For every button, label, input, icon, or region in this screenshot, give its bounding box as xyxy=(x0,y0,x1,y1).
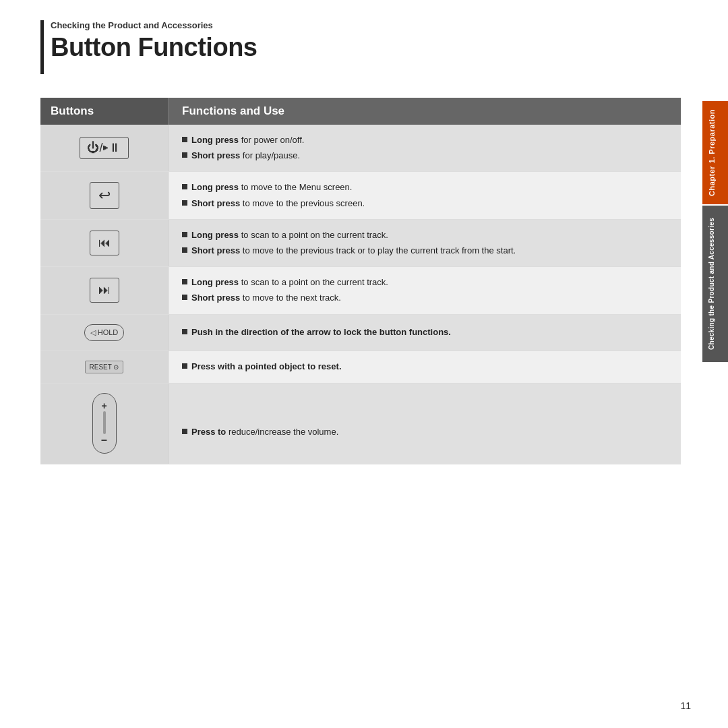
func-text-back-2: Short press to move to the previous scre… xyxy=(191,198,365,210)
left-accent-bar xyxy=(40,20,44,74)
reset-icon: RESET ⊙ xyxy=(85,361,124,373)
func-cell-power: Long press for power on/off. Short press… xyxy=(169,125,681,171)
col-header-functions: Functions and Use xyxy=(169,98,681,125)
btn-cell-volume: + – xyxy=(40,384,169,464)
bullet-next-1 xyxy=(182,279,187,284)
func-text-reset-1: Press with a pointed object to reset. xyxy=(191,361,342,373)
btn-cell-reset: RESET ⊙ xyxy=(40,351,169,383)
func-text-prev-1: Long press to scan to a point on the cur… xyxy=(191,229,388,241)
sidebar-tab-chapter-label: Chapter 1. Preparation xyxy=(708,109,716,196)
bullet-volume-1 xyxy=(182,429,187,434)
skip-prev-icon: ⏮ xyxy=(90,231,119,255)
skip-next-icon: ⏭ xyxy=(90,278,119,303)
func-line-hold-1: Push in the direction of the arrow to lo… xyxy=(182,326,667,338)
hold-icon: ◁ HOLD xyxy=(84,324,125,341)
func-line-back-1: Long press to move to the Menu screen. xyxy=(182,181,667,193)
table-row-reset: RESET ⊙ Press with a pointed object to r… xyxy=(40,351,681,384)
table-header-row: Buttons Functions and Use xyxy=(40,98,681,125)
func-line-next-1: Long press to scan to a point on the cur… xyxy=(182,276,667,289)
func-line-prev-2: Short press to move to the previous trac… xyxy=(182,245,667,257)
bullet-next-2 xyxy=(182,295,187,300)
table-row-hold: ◁ HOLD Push in the direction of the arro… xyxy=(40,315,681,351)
func-text-power-2: Short press for play/pause. xyxy=(191,150,300,162)
func-cell-skip-prev: Long press to scan to a point on the cur… xyxy=(169,220,681,266)
vol-minus-label: – xyxy=(101,434,107,446)
func-line-reset-1: Press with a pointed object to reset. xyxy=(182,361,667,373)
func-text-hold-1: Push in the direction of the arrow to lo… xyxy=(191,326,451,338)
sidebar-tab-checking: Checking the Product and Accessories xyxy=(702,206,728,362)
back-icon: ↩ xyxy=(90,182,119,209)
col-header-buttons: Buttons xyxy=(40,98,169,125)
func-cell-volume: Press to reduce/increase the volume. xyxy=(169,384,681,464)
func-text-next-2: Short press to move to the next track. xyxy=(191,292,341,304)
bullet-hold-1 xyxy=(182,329,187,334)
page-number: 11 xyxy=(680,700,691,711)
func-cell-back: Long press to move to the Menu screen. S… xyxy=(169,172,681,218)
bullet-power-2 xyxy=(182,152,187,158)
table-row-volume: + – Press to reduce/increase the volume. xyxy=(40,384,681,464)
func-cell-hold: Push in the direction of the arrow to lo… xyxy=(169,315,681,351)
btn-cell-power: ⏻/▶⏸ xyxy=(40,125,169,171)
bullet-power-1 xyxy=(182,137,187,142)
reset-label: RESET ⊙ xyxy=(90,363,119,371)
chapter-label: Checking the Product and Accessories xyxy=(51,20,257,30)
page-title: Button Functions xyxy=(51,33,257,62)
bullet-prev-2 xyxy=(182,247,187,253)
func-text-back-1: Long press to move to the Menu screen. xyxy=(191,181,352,193)
func-text-prev-2: Short press to move to the previous trac… xyxy=(191,245,516,257)
func-line-power-1: Long press for power on/off. xyxy=(182,134,667,146)
sidebar-tab-checking-label: Checking the Product and Accessories xyxy=(708,218,715,350)
table-row-back: ↩ Long press to move to the Menu screen.… xyxy=(40,172,681,219)
bullet-back-1 xyxy=(182,184,187,189)
table-row-skip-prev: ⏮ Long press to scan to a point on the c… xyxy=(40,220,681,267)
func-text-volume-1: Press to reduce/increase the volume. xyxy=(191,426,338,438)
page-container: Checking the Product and Accessories But… xyxy=(0,0,728,728)
func-line-power-2: Short press for play/pause. xyxy=(182,150,667,162)
sidebar-tab-chapter: Chapter 1. Preparation xyxy=(702,101,728,204)
btn-cell-skip-prev: ⏮ xyxy=(40,220,169,266)
func-text-next-1: Long press to scan to a point on the cur… xyxy=(191,276,388,289)
func-line-prev-1: Long press to scan to a point on the cur… xyxy=(182,229,667,241)
table-row-power: ⏻/▶⏸ Long press for power on/off. Short … xyxy=(40,125,681,172)
right-sidebar: Chapter 1. Preparation Checking the Prod… xyxy=(702,101,728,362)
func-line-volume-1: Press to reduce/increase the volume. xyxy=(182,426,667,438)
main-table: Buttons Functions and Use ⏻/▶⏸ Long pres… xyxy=(40,98,681,464)
bullet-prev-1 xyxy=(182,232,187,237)
func-cell-reset: Press with a pointed object to reset. xyxy=(169,351,681,383)
bullet-reset-1 xyxy=(182,363,187,369)
bullet-back-2 xyxy=(182,200,187,206)
func-cell-skip-next: Long press to scan to a point on the cur… xyxy=(169,267,681,313)
btn-cell-skip-next: ⏭ xyxy=(40,267,169,313)
func-text-power-1: Long press for power on/off. xyxy=(191,134,304,146)
table-row-skip-next: ⏭ Long press to scan to a point on the c… xyxy=(40,267,681,314)
func-line-next-2: Short press to move to the next track. xyxy=(182,292,667,304)
header-section: Checking the Product and Accessories But… xyxy=(51,20,257,62)
vol-slider-bar xyxy=(103,411,106,434)
btn-cell-hold: ◁ HOLD xyxy=(40,315,169,351)
power-icon: ⏻/▶⏸ xyxy=(80,137,128,159)
func-line-back-2: Short press to move to the previous scre… xyxy=(182,198,667,210)
vol-plus-label: + xyxy=(101,400,107,411)
volume-icon: + – xyxy=(92,393,117,454)
btn-cell-back: ↩ xyxy=(40,172,169,218)
